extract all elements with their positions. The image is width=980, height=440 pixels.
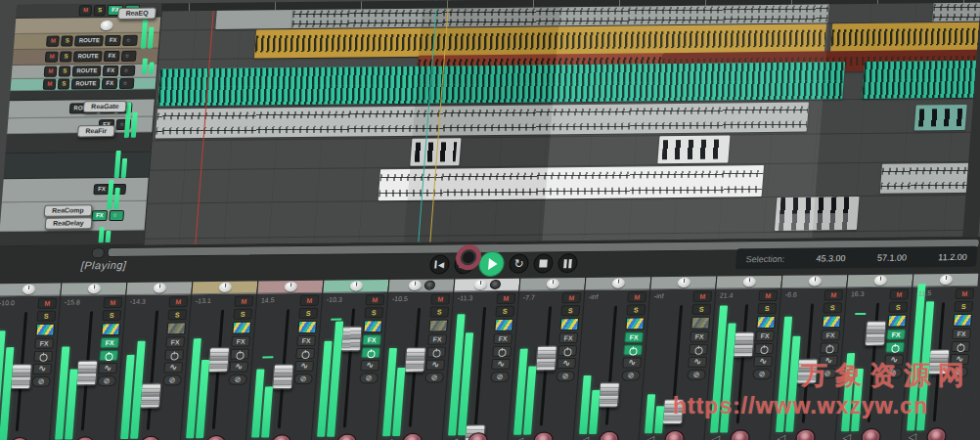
track-solo-button[interactable]: S [61, 35, 73, 46]
speaker-icon[interactable]: ◁ [711, 433, 720, 440]
routing-stripes-icon[interactable] [166, 322, 186, 334]
track-route-button[interactable]: ROUTE [74, 35, 104, 46]
phase-button[interactable] [359, 373, 379, 383]
envelope-button[interactable] [229, 362, 248, 373]
phase-button[interactable] [818, 368, 837, 378]
audio-clip[interactable] [215, 9, 293, 29]
pan-knob[interactable] [408, 281, 422, 290]
fx-bypass-button[interactable] [623, 344, 643, 355]
routing-stripes-icon[interactable] [428, 319, 448, 331]
routing-stripes-icon[interactable] [756, 316, 776, 329]
pan-knob[interactable] [284, 282, 297, 291]
speaker-icon[interactable]: ◁ [449, 435, 458, 440]
mute-button[interactable]: M [889, 289, 909, 300]
fx-bypass-button[interactable] [492, 346, 512, 357]
solo-button[interactable]: S [298, 308, 318, 319]
width-knob[interactable] [423, 281, 435, 290]
fx-bypass-button[interactable] [754, 343, 774, 354]
track-fx-button[interactable]: FX [104, 51, 120, 62]
fx-plugin-tag[interactable]: ReaComp [44, 204, 93, 217]
solo-button[interactable]: S [888, 302, 908, 313]
phase-button[interactable] [31, 376, 51, 387]
fx-bypass-button[interactable] [230, 349, 249, 360]
fx-plugin-tag[interactable]: ReaGate [83, 101, 127, 112]
speaker-icon[interactable]: ◁ [580, 434, 589, 440]
mute-button[interactable]: M [692, 291, 712, 302]
fx-button[interactable]: FX [690, 331, 709, 342]
mute-button[interactable]: M [103, 297, 122, 308]
phase-button[interactable] [621, 370, 641, 380]
fx-bypass-button[interactable] [820, 342, 839, 353]
envelope-button[interactable] [884, 355, 904, 366]
fx-button[interactable]: FX [624, 331, 644, 342]
track-panel[interactable]: M S ROUTE FX ○ [14, 33, 159, 51]
track-solo-button[interactable]: S [94, 5, 107, 16]
fx-button[interactable]: FX [231, 336, 250, 347]
fx-bypass-button[interactable] [426, 346, 446, 357]
envelope-button[interactable] [360, 360, 379, 371]
phase-button[interactable] [883, 368, 903, 378]
track-fx-bypass-button[interactable]: ○ [122, 35, 138, 46]
mute-button[interactable]: M [561, 292, 581, 303]
mute-button[interactable]: M [430, 293, 450, 304]
solo-button[interactable]: S [560, 305, 580, 316]
pause-button[interactable] [557, 253, 579, 273]
track-mute-button[interactable]: M [44, 66, 58, 77]
envelope-button[interactable] [688, 357, 707, 368]
audio-clip[interactable] [157, 62, 845, 106]
audio-clip[interactable] [862, 61, 980, 99]
audio-clip[interactable] [830, 22, 980, 53]
track-route-button[interactable]: ROUTE [71, 78, 101, 89]
speaker-icon[interactable]: ◁ [514, 435, 523, 440]
mute-button[interactable]: M [168, 296, 188, 307]
track-mute-button[interactable]: M [45, 52, 59, 63]
fx-button[interactable]: FX [755, 330, 775, 341]
fx-plugin-tag[interactable]: ReaEQ [117, 8, 156, 20]
pan-knob[interactable] [808, 276, 822, 286]
solo-button[interactable]: S [364, 307, 383, 318]
track-fx-bypass-button[interactable]: ○ [109, 210, 124, 221]
pan-knob[interactable] [873, 276, 887, 286]
pan-knob[interactable] [742, 277, 756, 286]
audio-clip[interactable] [657, 135, 730, 163]
speaker-icon[interactable]: ◁ [777, 432, 785, 440]
routing-stripes-icon[interactable] [494, 319, 513, 331]
pan-knob[interactable] [218, 283, 232, 292]
fx-bypass-button[interactable] [33, 351, 53, 362]
mute-button[interactable]: M [365, 294, 384, 305]
envelope-button[interactable] [819, 355, 838, 366]
phase-button[interactable] [687, 370, 706, 380]
pan-knob[interactable] [546, 279, 559, 288]
fx-bypass-button[interactable] [99, 350, 118, 361]
solo-button[interactable]: S [167, 309, 187, 320]
record-arm-button[interactable] [861, 428, 881, 440]
routing-stripes-icon[interactable] [297, 321, 317, 333]
track-route-button[interactable]: ROUTE [73, 51, 103, 62]
mute-button[interactable]: M [758, 290, 778, 301]
speaker-icon[interactable]: ◁ [383, 436, 392, 440]
track-route-button[interactable]: ROUTE [72, 66, 102, 76]
phase-button[interactable] [293, 374, 313, 384]
fx-button[interactable]: FX [952, 329, 971, 339]
pan-knob[interactable] [677, 278, 690, 287]
solo-button[interactable]: S [626, 304, 646, 315]
fx-button[interactable]: FX [493, 333, 512, 344]
mute-button[interactable]: M [234, 296, 253, 307]
phase-button[interactable] [949, 367, 968, 377]
solo-button[interactable]: S [233, 309, 252, 320]
fx-button[interactable]: FX [362, 334, 381, 345]
phase-button[interactable] [556, 371, 575, 381]
phase-button[interactable] [162, 374, 182, 385]
envelope-button[interactable] [753, 356, 773, 367]
envelope-button[interactable] [557, 358, 576, 369]
mute-button[interactable]: M [824, 289, 843, 300]
track-mute-button[interactable]: M [46, 36, 60, 47]
track-fx-button[interactable]: FX [102, 78, 118, 89]
envelope-button[interactable] [163, 362, 183, 373]
pan-knob[interactable] [473, 280, 487, 289]
track-panel[interactable] [0, 231, 144, 247]
play-button[interactable] [478, 251, 506, 277]
routing-stripes-icon[interactable] [35, 324, 55, 336]
solo-button[interactable]: S [954, 301, 973, 312]
phase-button[interactable] [97, 375, 116, 386]
